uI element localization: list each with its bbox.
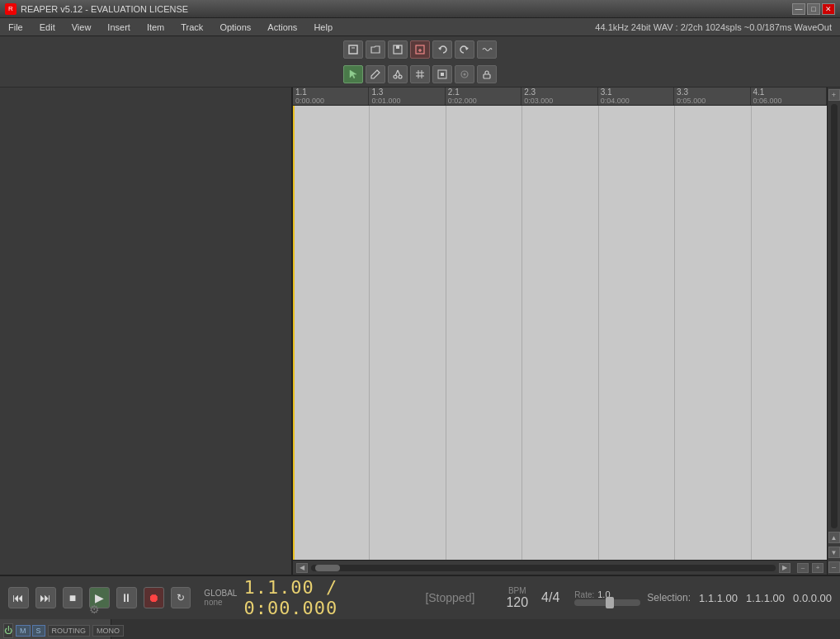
scroll-up-button[interactable]: ▲ (828, 532, 840, 543)
rate-slider-thumb[interactable] (606, 597, 614, 608)
rate-slider-container (574, 599, 640, 606)
arrange-wrapper: 1.1 0:00.000 1.3 0:01.000 2.1 0:02.000 2… (293, 88, 840, 575)
scroll-zoom-minus[interactable]: – (828, 561, 840, 573)
transport-bar: ⏮ ⏭ ■ ▶ ⏸ ⏺ ↻ GLOBAL none 1.1.00 / 0:00.… (0, 575, 840, 619)
menu-bar: File Edit View Insert Item Track Options… (0, 18, 840, 36)
stop-button[interactable]: ■ (63, 587, 83, 608)
menu-options[interactable]: Options (211, 18, 259, 36)
app-logo: R (5, 3, 17, 15)
repeat-button[interactable]: ↻ (171, 587, 191, 608)
toolbar-btn-new[interactable] (343, 40, 363, 59)
global-label: GLOBAL (204, 589, 237, 598)
toolbar-btn-redo[interactable] (455, 40, 474, 59)
app-title-text: REAPER v5.12 - EVALUATION LICENSE (21, 4, 188, 14)
toolbar-btn-save-as[interactable] (410, 40, 430, 59)
scroll-right-button[interactable]: ▶ (779, 563, 790, 573)
svg-marker-5 (438, 47, 441, 50)
bpm-value[interactable]: 120 (506, 595, 528, 610)
rate-slider[interactable] (574, 599, 640, 606)
scroll-left-button[interactable]: ◀ (296, 563, 308, 573)
master-mono-button[interactable]: MONO (92, 625, 124, 637)
window-controls[interactable]: — □ ✕ (792, 3, 835, 15)
rate-section: Rate: 1.0 (574, 589, 640, 606)
toolbar-btn-ripple[interactable] (477, 40, 497, 59)
svg-marker-6 (465, 47, 469, 50)
menu-file[interactable]: File (0, 18, 31, 36)
ruler-mark-3: 2.1 0:02.000 (446, 88, 521, 105)
svg-rect-3 (396, 45, 399, 49)
svg-rect-19 (484, 74, 490, 78)
bpm-section: BPM 120 (506, 586, 528, 610)
rate-label: Rate: (574, 590, 594, 599)
ruler-mark-2: 1.3 0:01.000 (369, 88, 445, 105)
toolbar-btn-grid[interactable] (410, 65, 430, 83)
toolbar-btn-cut[interactable] (388, 65, 408, 83)
master-channel-strip: ⏻ M S ROUTING MONO MASTER -inf126-612-18… (0, 619, 111, 639)
zoom-out-button[interactable]: – (797, 563, 809, 573)
time-signature[interactable]: 4/4 (541, 590, 559, 605)
toolbar-row-2 (343, 65, 497, 83)
scroll-down-button[interactable]: ▼ (828, 547, 840, 558)
menu-actions[interactable]: Actions (259, 18, 305, 36)
arrange-scrollbar-v: + ▲ ▼ – (827, 88, 840, 575)
svg-rect-0 (349, 45, 357, 54)
toolbar-btn-loop[interactable] (455, 65, 474, 83)
svg-point-18 (464, 73, 466, 75)
selection-label: Selection: (647, 592, 691, 604)
toolbar-btn-select[interactable] (343, 65, 363, 83)
rewind-button[interactable]: ⏮ (8, 587, 29, 608)
master-routing-button[interactable]: ROUTING (48, 625, 91, 637)
scroll-track-v[interactable] (831, 104, 838, 528)
toolbar-btn-save[interactable] (388, 40, 408, 59)
minimize-button[interactable]: — (792, 3, 805, 15)
master-power-button[interactable]: ⏻ (3, 623, 13, 638)
zoom-in-button[interactable]: + (812, 563, 823, 573)
toolbar-btn-open[interactable] (366, 40, 385, 59)
master-s-button[interactable]: S (32, 625, 45, 637)
master-mixer-area: ⏻ M S ROUTING MONO MASTER -inf126-612-18… (0, 619, 840, 639)
timeline-ruler: 1.1 0:00.000 1.3 0:01.000 2.1 0:02.000 2… (293, 88, 827, 106)
menu-insert[interactable]: Insert (99, 18, 139, 36)
audio-status: 44.1kHz 24bit WAV : 2/2ch 1024spls ~0.0/… (595, 22, 840, 32)
ruler-mark-7: 4.1 0:06.000 (751, 88, 827, 105)
menu-view[interactable]: View (64, 18, 100, 36)
title-bar: R REAPER v5.12 - EVALUATION LICENSE — □ … (0, 0, 840, 18)
menu-edit[interactable]: Edit (31, 18, 64, 36)
arrange-area[interactable]: 1.1 0:00.000 1.3 0:01.000 2.1 0:02.000 2… (293, 88, 827, 575)
menu-item[interactable]: Item (139, 18, 172, 36)
selection-end: 1.1.1.00 (746, 592, 785, 604)
scroll-thumb-h[interactable] (315, 565, 340, 571)
toolbar-btn-pencil[interactable] (366, 65, 385, 83)
master-header: ⏻ M S ROUTING MONO (0, 619, 111, 639)
toolbar-btn-lock[interactable] (477, 65, 497, 83)
master-m-button[interactable]: M (16, 625, 31, 637)
selection-start: 1.1.1.00 (699, 592, 738, 604)
ruler-mark-5: 3.1 0:04.000 (598, 88, 674, 105)
bpm-label: BPM (508, 586, 526, 595)
main-layout: 1.1 0:00.000 1.3 0:01.000 2.1 0:02.000 2… (0, 88, 840, 575)
status-display: [Stopped] (425, 591, 491, 604)
scroll-zoom-plus[interactable]: + (828, 89, 840, 101)
global-sub: none (204, 598, 237, 607)
menu-track[interactable]: Track (172, 18, 211, 36)
position-display: 1.1.00 / 0:00.000 (243, 577, 418, 618)
svg-rect-16 (441, 73, 444, 76)
selection-info: Selection: 1.1.1.00 1.1.1.00 0.0.0.00 (647, 592, 832, 604)
selection-length: 0.0.0.00 (793, 592, 832, 604)
arrange-scrollbar-h: ◀ ▶ – + (293, 560, 827, 575)
pause-button[interactable]: ⏸ (116, 587, 137, 608)
record-button[interactable]: ⏺ (144, 587, 164, 608)
menu-help[interactable]: Help (305, 18, 341, 36)
scroll-track-h[interactable] (311, 565, 776, 571)
close-button[interactable]: ✕ (822, 3, 835, 15)
toolbar-btn-snap[interactable] (432, 65, 452, 83)
master-settings-button[interactable]: ⚙ (89, 603, 100, 616)
ruler-mark-4: 2.3 0:03.000 (521, 88, 597, 105)
toolbar-btn-undo[interactable] (432, 40, 452, 59)
maximize-button[interactable]: □ (807, 3, 820, 15)
playhead (293, 106, 295, 560)
ruler-mark-6: 3.3 0:05.000 (674, 88, 750, 105)
toolbar-row-1 (343, 40, 497, 59)
skip-back-button[interactable]: ⏭ (35, 587, 56, 608)
arrange-body[interactable] (293, 106, 827, 560)
